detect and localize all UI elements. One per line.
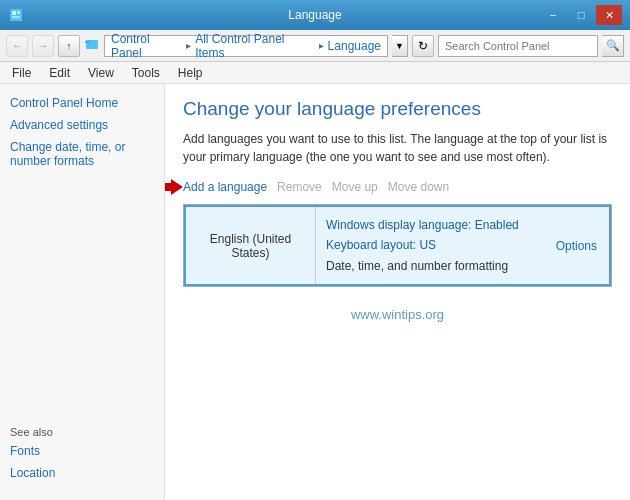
address-bar: ← → ↑ Control Panel ▸ All Control Panel … xyxy=(0,30,630,62)
options-link[interactable]: Options xyxy=(556,239,597,253)
menu-bar: File Edit View Tools Help xyxy=(0,62,630,84)
menu-file[interactable]: File xyxy=(8,64,35,82)
search-box xyxy=(438,35,598,57)
menu-edit[interactable]: Edit xyxy=(45,64,74,82)
see-also-label: See also xyxy=(10,426,154,438)
sidebar-location[interactable]: Location xyxy=(10,466,154,480)
svg-rect-6 xyxy=(85,41,90,43)
language-options: Options xyxy=(544,207,609,284)
path-icon xyxy=(84,36,100,55)
search-icon[interactable]: 🔍 xyxy=(602,35,624,57)
menu-view[interactable]: View xyxy=(84,64,118,82)
refresh-button[interactable]: ↻ xyxy=(412,35,434,57)
page-title: Change your language preferences xyxy=(183,98,612,120)
language-name: English (United States) xyxy=(186,207,316,284)
sidebar-advanced-settings[interactable]: Advanced settings xyxy=(10,118,154,132)
window-icon xyxy=(8,7,24,23)
window-title: Language xyxy=(288,8,341,22)
path-dropdown[interactable]: ▼ xyxy=(392,35,408,57)
svg-rect-3 xyxy=(12,16,20,18)
red-arrow xyxy=(165,177,183,197)
sidebar-fonts[interactable]: Fonts xyxy=(10,444,154,458)
maximize-button[interactable]: □ xyxy=(568,5,594,25)
forward-button[interactable]: → xyxy=(32,35,54,57)
title-bar: Language − □ ✕ xyxy=(0,0,630,30)
search-input[interactable] xyxy=(445,40,591,52)
window-controls: − □ ✕ xyxy=(540,5,622,25)
address-path: Control Panel ▸ All Control Panel Items … xyxy=(104,35,388,57)
sidebar-control-panel-home[interactable]: Control Panel Home xyxy=(10,96,154,110)
lang-line1: Windows display language: Enabled xyxy=(326,215,534,235)
language-item[interactable]: English (United States) Windows display … xyxy=(184,205,611,286)
language-list: English (United States) Windows display … xyxy=(183,204,612,287)
path-all-items[interactable]: All Control Panel Items xyxy=(195,32,314,60)
move-down-button[interactable]: Move down xyxy=(388,180,449,194)
up-button[interactable]: ↑ xyxy=(58,35,80,57)
svg-marker-7 xyxy=(165,179,183,195)
page-description: Add languages you want to use to this li… xyxy=(183,130,612,166)
svg-rect-2 xyxy=(17,11,20,14)
content-area: Change your language preferences Add lan… xyxy=(165,84,630,500)
sidebar-top: Control Panel Home Advanced settings Cha… xyxy=(10,96,154,176)
menu-help[interactable]: Help xyxy=(174,64,207,82)
sidebar-bottom: See also Fonts Location xyxy=(10,426,154,488)
remove-button[interactable]: Remove xyxy=(277,180,322,194)
main-layout: Control Panel Home Advanced settings Cha… xyxy=(0,84,630,500)
lang-line2: Keyboard layout: US xyxy=(326,235,534,255)
path-control-panel[interactable]: Control Panel xyxy=(111,32,182,60)
sidebar-date-time-formats[interactable]: Change date, time, or number formats xyxy=(10,140,154,168)
sidebar: Control Panel Home Advanced settings Cha… xyxy=(0,84,165,500)
watermark: www.wintips.org xyxy=(183,307,612,322)
minimize-button[interactable]: − xyxy=(540,5,566,25)
menu-tools[interactable]: Tools xyxy=(128,64,164,82)
add-language-button[interactable]: Add a language xyxy=(183,180,267,194)
language-details: Windows display language: Enabled Keyboa… xyxy=(316,207,544,284)
lang-line3: Date, time, and number formatting xyxy=(326,256,534,276)
path-sep-2: ▸ xyxy=(319,40,324,51)
language-toolbar: Add a language Remove Move up Move down xyxy=(183,180,612,194)
close-button[interactable]: ✕ xyxy=(596,5,622,25)
path-sep-1: ▸ xyxy=(186,40,191,51)
svg-rect-1 xyxy=(12,11,16,15)
move-up-button[interactable]: Move up xyxy=(332,180,378,194)
path-language[interactable]: Language xyxy=(328,39,381,53)
arrow-container: Add a language Remove Move up Move down xyxy=(183,180,612,194)
back-button[interactable]: ← xyxy=(6,35,28,57)
